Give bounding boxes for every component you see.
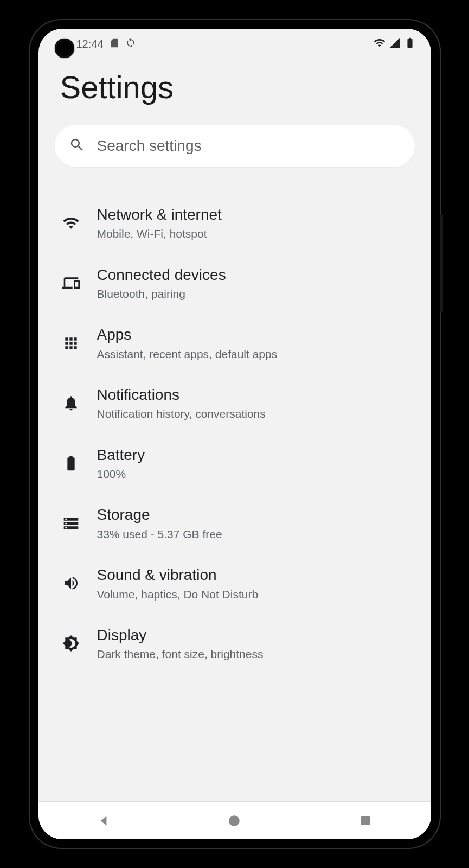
storage-icon: [55, 515, 87, 532]
settings-item-text: Battery 100%: [92, 445, 415, 482]
search-placeholder: Search settings: [97, 137, 202, 155]
status-time: 12:44: [76, 38, 104, 50]
search-icon: [69, 137, 85, 155]
settings-item-title: Sound & vibration: [97, 565, 415, 585]
settings-item-subtitle: Volume, haptics, Do Not Disturb: [97, 587, 415, 602]
settings-item-subtitle: Dark theme, font size, brightness: [97, 647, 415, 661]
front-camera: [55, 39, 74, 58]
nav-recent-button[interactable]: [338, 807, 393, 834]
settings-item-apps[interactable]: Apps Assistant, recent apps, default app…: [38, 313, 431, 373]
settings-item-text: Display Dark theme, font size, brightnes…: [92, 626, 415, 662]
settings-item-title: Storage: [97, 505, 415, 525]
navigation-bar: Wallpaper & style: [38, 801, 431, 839]
nav-home-button[interactable]: [207, 807, 261, 834]
settings-item-title: Connected devices: [97, 265, 415, 285]
settings-item-text: Apps Assistant, recent apps, default app…: [92, 325, 415, 361]
phone-frame: 12:44 Settings: [29, 19, 441, 849]
settings-item-display[interactable]: Display Dark theme, font size, brightnes…: [38, 614, 431, 674]
settings-item-storage[interactable]: Storage 33% used - 5.37 GB free: [38, 493, 431, 553]
settings-item-network[interactable]: Network & internet Mobile, Wi-Fi, hotspo…: [38, 193, 431, 253]
settings-item-title: Apps: [97, 325, 415, 344]
svg-point-0: [229, 815, 240, 826]
wifi-icon: [55, 214, 87, 232]
settings-item-notifications[interactable]: Notifications Notification history, conv…: [38, 373, 431, 433]
battery-icon: [404, 37, 416, 52]
apps-icon: [55, 335, 87, 352]
settings-item-text: Sound & vibration Volume, haptics, Do No…: [92, 565, 415, 602]
settings-item-subtitle: 100%: [97, 467, 415, 481]
signal-icon: [389, 37, 401, 52]
settings-item-title: Notifications: [97, 385, 415, 405]
battery-icon: [55, 455, 87, 472]
settings-item-title: Battery: [97, 445, 415, 465]
bell-icon: [55, 394, 87, 412]
settings-item-sound[interactable]: Sound & vibration Volume, haptics, Do No…: [38, 553, 431, 614]
search-bar[interactable]: Search settings: [55, 125, 415, 167]
status-bar-left: 12:44: [76, 37, 136, 51]
settings-item-subtitle: 33% used - 5.37 GB free: [97, 527, 415, 541]
settings-item-connected-devices[interactable]: Connected devices Bluetooth, pairing: [38, 253, 431, 314]
settings-item-title: Display: [97, 626, 415, 645]
page-title: Settings: [38, 56, 431, 125]
settings-item-text: Network & internet Mobile, Wi-Fi, hotspo…: [92, 205, 415, 241]
sd-card-icon: [109, 37, 120, 51]
nav-back-button[interactable]: [76, 807, 131, 834]
wifi-icon: [374, 37, 386, 52]
volume-icon: [55, 575, 87, 592]
devices-icon: [55, 275, 87, 292]
settings-item-battery[interactable]: Battery 100%: [38, 433, 431, 494]
brightness-icon: [55, 635, 87, 652]
settings-item-subtitle: Assistant, recent apps, default apps: [97, 347, 415, 361]
phone-screen: 12:44 Settings: [38, 29, 431, 839]
settings-item-title: Network & internet: [97, 205, 415, 225]
status-bar-right: [374, 37, 416, 52]
settings-item-text: Storage 33% used - 5.37 GB free: [92, 505, 415, 541]
sync-icon: [125, 37, 136, 51]
settings-item-subtitle: Mobile, Wi-Fi, hotspot: [97, 226, 415, 241]
settings-list[interactable]: Network & internet Mobile, Wi-Fi, hotspo…: [38, 181, 431, 801]
settings-item-text: Connected devices Bluetooth, pairing: [92, 265, 415, 302]
settings-item-subtitle: Notification history, conversations: [97, 406, 415, 421]
status-bar: 12:44: [38, 32, 431, 56]
settings-item-text: Notifications Notification history, conv…: [92, 385, 415, 422]
settings-item-subtitle: Bluetooth, pairing: [97, 286, 415, 301]
svg-rect-1: [361, 816, 370, 825]
phone-side-button: [440, 214, 443, 312]
